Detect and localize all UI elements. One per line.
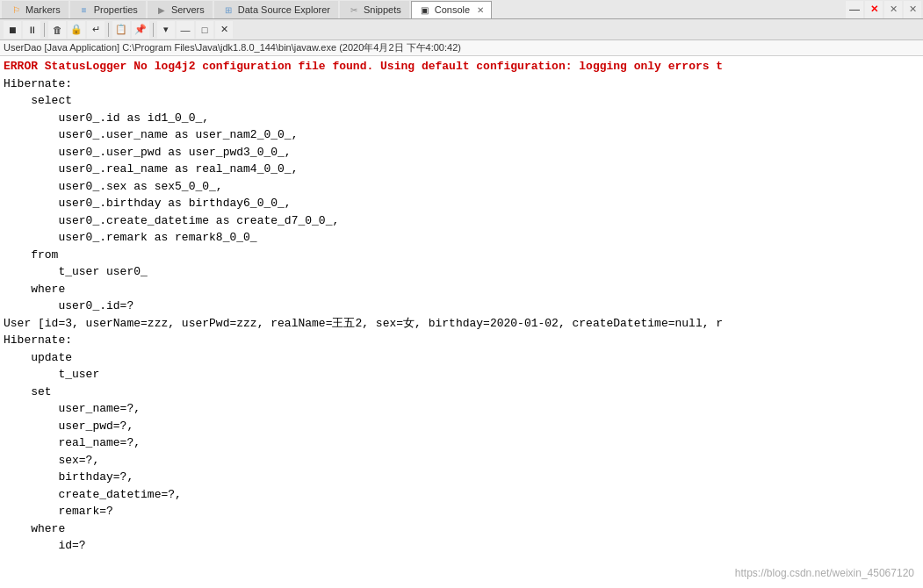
- scroll-lock-btn[interactable]: 🔒: [68, 21, 85, 39]
- servers-icon: ▶: [155, 4, 168, 16]
- console-line: sex=?,: [4, 452, 919, 470]
- console-line: where: [4, 520, 919, 538]
- window-close-btn[interactable]: ✕: [884, 1, 902, 18]
- console-line: user0_.birthday as birthday6_0_0_,: [4, 195, 919, 212]
- console-line: user0_.real_name as real_nam4_0_0_,: [4, 161, 919, 178]
- console-icon: ▣: [419, 4, 431, 16]
- console-line: Hibernate:: [4, 75, 919, 93]
- console-output[interactable]: ERROR StatusLogger No log4j2 configurati…: [0, 56, 923, 588]
- console-line: user0_.create_datetime as create_d7_0_0_…: [4, 212, 919, 230]
- console-line: update: [4, 349, 919, 367]
- open-console-btn[interactable]: 📋: [112, 21, 130, 39]
- console-line: User [id=3, userName=zzz, userPwd=zzz, r…: [4, 315, 919, 333]
- markers-icon: ⚐: [10, 4, 22, 16]
- window-close-btn2[interactable]: ✕: [904, 1, 921, 18]
- tab-markers-label: Markers: [25, 4, 61, 15]
- console-line: user0_.user_name as user_nam2_0_0_,: [4, 126, 919, 144]
- toolbar-sep-3: [153, 23, 154, 37]
- console-line: remark=?: [4, 503, 919, 520]
- window-minimize-btn[interactable]: —: [846, 1, 863, 18]
- console-line: user0_.id=?: [4, 298, 919, 315]
- console-line: user_name=?,: [4, 400, 919, 418]
- console-toolbar: ⏹ ⏸ 🗑 🔒 ↵ 📋 📌 ▾ — □ ✕: [0, 19, 923, 40]
- console-line: t_user: [4, 366, 919, 384]
- toolbar-minimize-btn[interactable]: —: [177, 21, 194, 39]
- console-line: create_datetime=?,: [4, 486, 919, 504]
- toolbar-more-btn[interactable]: ▾: [157, 21, 175, 39]
- tab-markers[interactable]: ⚐ Markers: [2, 1, 69, 18]
- console-line: user_pwd=?,: [4, 418, 919, 435]
- tab-servers[interactable]: ▶ Servers: [148, 1, 213, 18]
- toolbar-maximize-btn[interactable]: □: [196, 21, 213, 39]
- console-tab-close[interactable]: ✕: [477, 5, 484, 15]
- console-line: select: [4, 92, 919, 110]
- console-line: from: [4, 247, 919, 264]
- toolbar-close-btn[interactable]: ✕: [215, 21, 233, 39]
- tab-datasource[interactable]: ⊞ Data Source Explorer: [214, 1, 338, 18]
- tab-properties-label: Properties: [94, 4, 138, 15]
- console-line: user0_.id as id1_0_0_,: [4, 110, 919, 127]
- tab-console[interactable]: ▣ Console ✕: [411, 1, 492, 18]
- stop-btn[interactable]: ⏹: [4, 21, 21, 39]
- tab-snippets-label: Snippets: [364, 4, 401, 15]
- console-line: t_user user0_: [4, 263, 919, 281]
- clear-btn[interactable]: 🗑: [48, 21, 66, 39]
- console-line: where: [4, 281, 919, 298]
- status-text: UserDao [Java Application] C:\Program Fi…: [4, 42, 461, 53]
- watermark: https://blog.csdn.net/weixin_45067120: [735, 567, 914, 579]
- snippets-icon: ✂: [348, 4, 360, 16]
- tab-snippets[interactable]: ✂ Snippets: [340, 1, 409, 18]
- tab-bar: ⚐ Markers ≡ Properties ▶ Servers ⊞ Data …: [0, 0, 923, 19]
- console-line: user0_.remark as remark8_0_0_: [4, 229, 919, 247]
- console-line: real_name=?,: [4, 434, 919, 452]
- console-line: id=?: [4, 537, 919, 555]
- properties-icon: ≡: [78, 4, 90, 16]
- console-line: set: [4, 384, 919, 401]
- console-line: Hibernate:: [4, 332, 919, 349]
- toolbar-sep-1: [44, 23, 45, 37]
- console-line: user0_.sex as sex5_0_0_,: [4, 178, 919, 196]
- eclipse-window: ⚐ Markers ≡ Properties ▶ Servers ⊞ Data …: [0, 0, 923, 588]
- toolbar-sep-2: [108, 23, 109, 37]
- word-wrap-btn[interactable]: ↵: [87, 21, 105, 39]
- tab-properties[interactable]: ≡ Properties: [70, 1, 146, 18]
- console-line: ERROR StatusLogger No log4j2 configurati…: [4, 58, 919, 75]
- status-line: UserDao [Java Application] C:\Program Fi…: [0, 40, 923, 56]
- tab-servers-label: Servers: [171, 4, 205, 15]
- console-line: user0_.user_pwd as user_pwd3_0_0_,: [4, 144, 919, 161]
- pause-btn[interactable]: ⏸: [23, 21, 40, 39]
- tab-datasource-label: Data Source Explorer: [238, 4, 330, 15]
- tab-console-label: Console: [435, 4, 470, 15]
- console-line: birthday=?,: [4, 469, 919, 486]
- datasource-icon: ⊞: [222, 4, 234, 16]
- pin-console-btn[interactable]: 📌: [132, 21, 149, 39]
- window-maximize-btn[interactable]: ✕: [865, 1, 883, 18]
